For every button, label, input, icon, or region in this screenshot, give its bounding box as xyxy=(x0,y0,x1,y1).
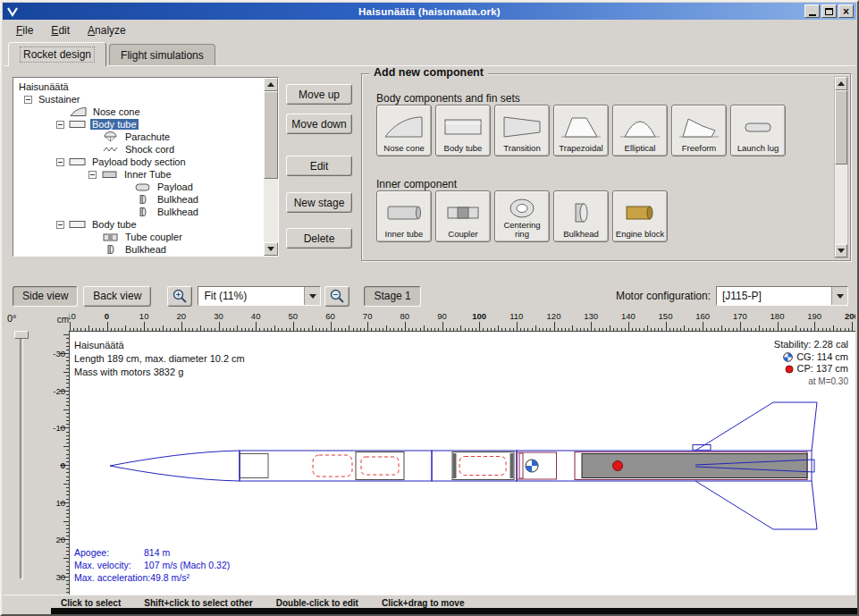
scroll-up-button[interactable] xyxy=(835,77,847,90)
component-label: Trapezoidal xyxy=(559,144,602,153)
zoom-in-icon xyxy=(172,288,188,304)
maximize-button[interactable] xyxy=(821,4,837,18)
motor-configuration-combo[interactable]: [J115-P] xyxy=(716,286,848,306)
move-down-button[interactable]: Move down xyxy=(286,114,352,134)
rotation-slider-handle[interactable] xyxy=(14,331,29,339)
component-button-bulkhead[interactable]: Bulkhead xyxy=(553,190,609,242)
collapse-toggle-icon[interactable] xyxy=(24,96,32,104)
component-button-centering-ring[interactable]: Centering ring xyxy=(494,190,550,242)
rotation-slider[interactable] xyxy=(20,333,23,579)
nose-cone-icon xyxy=(384,109,424,144)
tree-item-payload-body-section[interactable]: Payload body section xyxy=(13,156,264,168)
rocket-canvas[interactable]: Haisunäätä Length 189 cm, max. diameter … xyxy=(69,331,855,595)
tab-flight-simulations[interactable]: Flight simulations xyxy=(109,44,215,65)
component-button-freeform-fin[interactable]: Freeform xyxy=(671,105,727,156)
combo-arrow-button[interactable] xyxy=(304,287,320,305)
menubar: File Edit Analyze xyxy=(4,21,855,39)
tree-item-label: Haisunäätä xyxy=(17,81,71,92)
tree-item-shock-cord[interactable]: Shock cord xyxy=(13,143,264,156)
component-button-inner-tube[interactable]: Inner tube xyxy=(376,190,432,242)
scrollbar-track[interactable] xyxy=(264,91,278,242)
stage-1-toggle[interactable]: Stage 1 xyxy=(364,286,420,307)
component-label: Bulkhead xyxy=(563,230,599,239)
scrollbar-thumb[interactable] xyxy=(264,91,278,179)
arrow-down-icon xyxy=(267,247,274,251)
tree-item-nose-cone[interactable]: Nose cone xyxy=(13,105,264,118)
tree-item-body-tube[interactable]: Body tube xyxy=(13,118,264,131)
collapse-toggle-icon[interactable] xyxy=(88,171,97,179)
scroll-up-button[interactable] xyxy=(264,78,278,91)
tabbar: Rocket design Flight simulations xyxy=(4,41,855,66)
menu-file[interactable]: File xyxy=(11,22,38,38)
arrow-up-icon xyxy=(267,82,274,87)
view-toolbar: Side view Back view Fit (11%) Stage 1 Mo… xyxy=(4,284,855,308)
tab-rocket-design[interactable]: Rocket design xyxy=(8,42,106,66)
component-button-launch-lug[interactable]: Launch lug xyxy=(730,105,786,156)
component-label: Coupler xyxy=(448,230,477,239)
launch-lug-icon xyxy=(738,109,778,144)
move-up-button[interactable]: Move up xyxy=(286,84,352,105)
back-view-button[interactable]: Back view xyxy=(83,286,151,307)
tree-item-rocket[interactable]: Haisunäätä xyxy=(13,80,264,93)
freeform-fin-icon xyxy=(679,109,719,144)
tree-item-inner-tube[interactable]: Inner Tube xyxy=(13,168,264,181)
collapse-toggle-icon[interactable] xyxy=(56,158,64,166)
parachute-icon xyxy=(102,131,120,142)
tree-item-bulkhead[interactable]: Bulkhead xyxy=(13,206,264,218)
titlebar[interactable]: Haisunäätä (haisunaata.ork) × xyxy=(3,3,856,20)
component-button-engine-block[interactable]: Engine block xyxy=(612,190,668,242)
component-button-nose-cone[interactable]: Nose cone xyxy=(376,105,432,156)
tree-item-tube-coupler[interactable]: Tube coupler xyxy=(13,231,264,243)
tree-item-bulkhead[interactable]: Bulkhead xyxy=(13,243,264,256)
arrow-up-icon xyxy=(838,81,845,86)
component-label: Engine block xyxy=(616,230,664,239)
scroll-down-button[interactable] xyxy=(264,242,278,256)
component-button-elliptical-fin[interactable]: Elliptical xyxy=(612,105,668,156)
side-view-button[interactable]: Side view xyxy=(13,286,78,307)
new-stage-button[interactable]: New stage xyxy=(286,192,352,213)
hint-shift-click: Shift+click to select other xyxy=(144,598,252,608)
payload-icon xyxy=(134,181,152,192)
tree-scrollbar[interactable] xyxy=(264,78,278,256)
collapse-toggle-icon[interactable] xyxy=(56,121,64,129)
component-button-transition[interactable]: Transition xyxy=(494,105,550,156)
combo-arrow-button[interactable] xyxy=(831,287,847,305)
component-panel-scrollbar[interactable] xyxy=(834,76,848,258)
scroll-down-button[interactable] xyxy=(835,244,847,257)
scrollbar-thumb[interactable] xyxy=(835,90,847,165)
minimize-button[interactable] xyxy=(804,4,820,18)
collapse-toggle-icon[interactable] xyxy=(56,221,64,229)
tree-item-body-tube-2[interactable]: Body tube xyxy=(13,218,264,231)
zoom-level-combo[interactable]: Fit (11%) xyxy=(198,286,321,306)
trapezoidal-fin-icon xyxy=(561,109,601,144)
component-button-trapezoidal-fin[interactable]: Trapezoidal xyxy=(553,105,609,156)
tree-item-label: Payload body section xyxy=(90,156,188,167)
tree-item-parachute[interactable]: Parachute xyxy=(13,131,264,143)
zoom-in-button[interactable] xyxy=(167,286,192,307)
stability-value: Stability: 2.28 cal xyxy=(774,339,848,351)
body-tube-icon xyxy=(443,109,483,144)
component-tree-panel: Haisunäätä Sustainer Nose cone Body tube… xyxy=(13,77,279,257)
component-label: Body tube xyxy=(444,144,483,153)
menu-analyze[interactable]: Analyze xyxy=(82,22,131,38)
flight-data-block: Apogee:814 m Max. velocity:107 m/s (Mach… xyxy=(74,546,230,584)
component-tree: Haisunäätä Sustainer Nose cone Body tube… xyxy=(13,78,264,256)
delete-button[interactable]: Delete xyxy=(286,228,352,249)
component-button-body-tube[interactable]: Body tube xyxy=(435,105,491,156)
tree-item-label-selected: Body tube xyxy=(90,119,139,130)
component-label: Inner tube xyxy=(385,230,424,239)
close-button[interactable]: × xyxy=(838,4,854,18)
menu-edit[interactable]: Edit xyxy=(46,22,75,38)
zoom-out-button[interactable] xyxy=(324,286,349,307)
tree-item-payload[interactable]: Payload xyxy=(13,181,264,193)
tree-item-bulkhead[interactable]: Bulkhead xyxy=(13,193,264,206)
component-button-coupler[interactable]: Coupler xyxy=(435,190,491,242)
body-tube-icon xyxy=(69,156,87,167)
tree-item-sustainer[interactable]: Sustainer xyxy=(13,93,264,105)
cp-marker xyxy=(613,461,623,471)
add-component-panel: Add new component Body components and fi… xyxy=(361,73,851,261)
scrollbar-track[interactable] xyxy=(835,90,847,244)
component-label: Launch lug xyxy=(737,144,779,153)
window-title: Haisunäätä (haisunaata.ork) xyxy=(358,6,501,17)
edit-button[interactable]: Edit xyxy=(286,156,352,176)
